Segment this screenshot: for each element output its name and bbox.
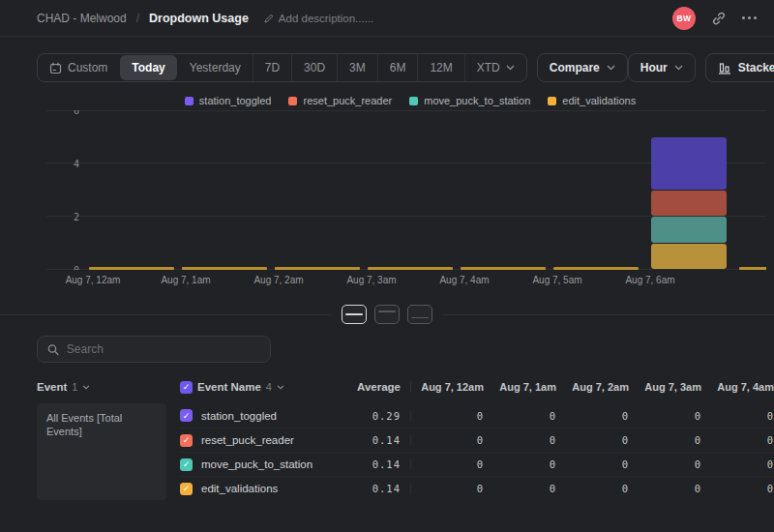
breadcrumb: CHAD - Melwood / Dropdown Usage Add desc… xyxy=(37,12,373,25)
date-column-header[interactable]: Aug 7, 12am xyxy=(411,381,484,393)
zero-value-bar xyxy=(739,267,766,270)
table-row-station_toggled[interactable]: ✓station_toggled0.2900000 xyxy=(180,403,774,428)
section-divider xyxy=(0,301,774,328)
chart-legend: station_toggledreset_puck_readermove_puc… xyxy=(0,95,774,106)
x-axis-tick: Aug 7, 4am xyxy=(418,275,511,285)
date-range-3m[interactable]: 3M xyxy=(337,54,377,81)
cell-value: 0 xyxy=(556,458,629,470)
date-range-yesterday[interactable]: Yesterday xyxy=(178,54,253,81)
calendar-icon xyxy=(49,62,62,74)
chevron-down-icon xyxy=(607,65,615,71)
event-name-column-header[interactable]: ✓ Event Name 4 xyxy=(180,381,344,394)
event-column-header[interactable]: Event 1 xyxy=(37,381,166,393)
x-axis-tick: Aug 7, 6am xyxy=(604,275,697,285)
chart-column-clipped xyxy=(735,110,766,270)
stacked-column-chart: 0246 Aug 7, 12amAug 7, 1amAug 7, 2amAug … xyxy=(8,110,766,285)
layout-split-view-button[interactable] xyxy=(342,305,367,324)
date-column-header[interactable]: Aug 7, 1am xyxy=(484,381,556,393)
cell-value: 0 xyxy=(411,434,484,446)
legend-swatch xyxy=(185,97,194,105)
event-name: reset_puck_reader xyxy=(201,434,294,446)
breakdown-table: Event 1 ✓ Event Name 4 Average Aug 7, 12… xyxy=(0,328,774,500)
legend-swatch xyxy=(409,97,418,105)
compare-button[interactable]: Compare xyxy=(537,53,628,82)
search-box[interactable] xyxy=(37,336,271,363)
x-axis-tick: Aug 7, 5am xyxy=(511,275,604,285)
average-value: 0.14 xyxy=(344,483,401,494)
event-name-column-label: Event Name xyxy=(197,381,261,393)
legend-item-edit_validations[interactable]: edit_validations xyxy=(548,95,636,106)
date-range-custom[interactable]: Custom xyxy=(38,54,119,81)
cell-value: 0 xyxy=(629,458,701,470)
date-range-today[interactable]: Today xyxy=(120,55,176,80)
add-description-button[interactable]: Add description...... xyxy=(264,13,373,24)
table-row-edit_validations[interactable]: ✓edit_validations0.1400000 xyxy=(180,476,774,500)
share-link-icon[interactable] xyxy=(711,11,727,26)
breadcrumb-project[interactable]: CHAD - Melwood xyxy=(37,12,127,25)
breadcrumb-separator: / xyxy=(136,12,139,25)
layout-table-only-button[interactable] xyxy=(407,305,432,324)
date-range-6m[interactable]: 6M xyxy=(377,54,418,81)
table-row-move_puck_to_station[interactable]: ✓move_puck_to_station0.1400000 xyxy=(180,452,774,476)
x-axis-tick: Aug 7, 1am xyxy=(139,275,232,285)
stacked-column-icon xyxy=(718,62,731,74)
cell-value: 0 xyxy=(411,458,484,470)
search-icon xyxy=(47,343,59,356)
average-column-header[interactable]: Average xyxy=(344,381,401,393)
date-column-header[interactable]: Aug 7, 2am xyxy=(556,381,629,393)
chart-column-Aug 7, 2am xyxy=(271,110,364,270)
date-range-xtd[interactable]: XTD xyxy=(464,54,526,81)
date-range-segmented-control: CustomTodayYesterday7D30D3M6M12MXTD xyxy=(37,53,527,82)
bar-segment-station_toggled[interactable] xyxy=(651,137,727,190)
cell-value: 0 xyxy=(484,483,556,494)
bar-segment-edit_validations[interactable] xyxy=(651,244,727,270)
x-axis-tick: Aug 7, 2am xyxy=(232,275,325,285)
row-checkbox[interactable]: ✓ xyxy=(180,434,193,447)
bar-segment-move_puck_to_station[interactable] xyxy=(651,217,727,243)
chart-column-Aug 7, 6am xyxy=(642,110,735,270)
legend-item-station_toggled[interactable]: station_toggled xyxy=(185,95,272,106)
x-axis-tick: Aug 7, 3am xyxy=(325,275,418,285)
cell-value: 0 xyxy=(629,483,701,494)
bar-segment-reset_puck_reader[interactable] xyxy=(651,191,727,217)
y-axis-tick: 2 xyxy=(46,212,79,222)
cell-value: 0 xyxy=(411,483,484,494)
event-name: move_puck_to_station xyxy=(201,458,313,470)
cell-value: 0 xyxy=(629,410,701,422)
x-axis-tick xyxy=(697,275,766,285)
cell-value: 0 xyxy=(484,434,556,446)
date-column-header[interactable]: Aug 7, 3am xyxy=(629,381,701,393)
legend-label: station_toggled xyxy=(199,95,272,106)
date-range-7d[interactable]: 7D xyxy=(253,54,291,81)
chart-type-button[interactable]: Stacked Column xyxy=(705,53,774,82)
event-name-column-count: 4 xyxy=(266,381,272,393)
granularity-label: Hour xyxy=(640,61,668,74)
cell-value: 0 xyxy=(701,410,774,422)
table-header-row: Event 1 ✓ Event Name 4 Average Aug 7, 12… xyxy=(37,374,774,399)
granularity-button[interactable]: Hour xyxy=(628,53,696,82)
layout-chart-only-button[interactable] xyxy=(374,305,400,324)
search-input[interactable] xyxy=(67,342,260,356)
row-checkbox[interactable]: ✓ xyxy=(180,483,193,495)
more-menu-icon[interactable] xyxy=(742,16,757,19)
event-group-cell[interactable]: All Events [Total Events] xyxy=(37,403,166,500)
row-checkbox[interactable]: ✓ xyxy=(180,409,193,422)
row-checkbox[interactable]: ✓ xyxy=(180,458,193,471)
avatar[interactable]: BW xyxy=(672,7,696,30)
chart-column-Aug 7, 5am xyxy=(550,110,642,270)
date-column-header[interactable]: Aug 7, 4am xyxy=(701,381,774,393)
x-axis-tick: Aug 7, 12am xyxy=(46,275,139,285)
table-row-reset_puck_reader[interactable]: ✓reset_puck_reader0.1400000 xyxy=(180,428,774,452)
legend-item-move_puck_to_station[interactable]: move_puck_to_station xyxy=(409,95,530,106)
select-all-checkbox[interactable]: ✓ xyxy=(180,381,193,394)
chevron-down-icon xyxy=(277,385,284,390)
chevron-down-icon xyxy=(506,65,515,71)
date-range-30d[interactable]: 30D xyxy=(291,54,337,81)
date-range-12m[interactable]: 12M xyxy=(417,54,463,81)
average-value: 0.29 xyxy=(344,410,401,422)
cell-value: 0 xyxy=(629,434,701,446)
y-axis-tick: 0 xyxy=(46,265,79,271)
top-bar: CHAD - Melwood / Dropdown Usage Add desc… xyxy=(0,0,774,37)
legend-item-reset_puck_reader[interactable]: reset_puck_reader xyxy=(288,95,392,106)
legend-label: reset_puck_reader xyxy=(303,95,392,106)
